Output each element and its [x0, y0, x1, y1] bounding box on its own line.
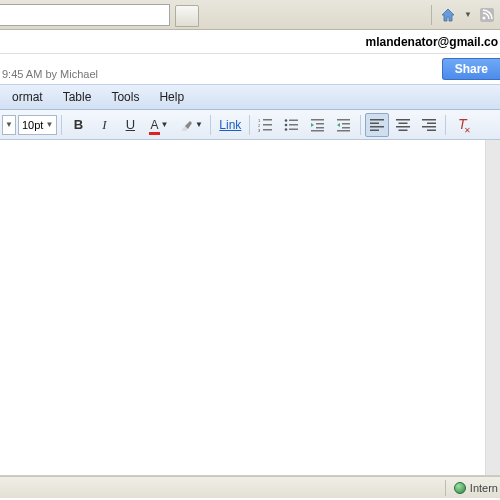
align-right-button[interactable]	[417, 113, 441, 137]
formatting-toolbar: ▼ 10pt▼ B I U A ▼ ▼ Link 123 T✕	[0, 110, 500, 140]
status-bar: Intern	[0, 476, 500, 498]
numbered-list-button[interactable]: 123	[254, 113, 278, 137]
home-icon[interactable]	[440, 7, 456, 23]
menu-format[interactable]: ormat	[2, 86, 53, 108]
svg-rect-20	[342, 127, 350, 129]
font-size-dropdown[interactable]: 10pt▼	[18, 115, 57, 135]
highlight-button[interactable]: ▼	[176, 113, 206, 137]
align-left-button[interactable]	[365, 113, 389, 137]
svg-rect-17	[311, 130, 324, 132]
document-canvas[interactable]	[0, 140, 486, 475]
menu-bar: ormat Table Tools Help	[0, 84, 500, 110]
menu-table[interactable]: Table	[53, 86, 102, 108]
meta-row: 9:45 AM by Michael Share	[0, 54, 500, 84]
svg-rect-21	[337, 130, 350, 132]
svg-rect-28	[396, 126, 410, 128]
status-zone-text: Intern	[470, 482, 498, 494]
svg-rect-24	[370, 126, 384, 128]
account-email: mlandenator@gmail.co	[366, 35, 498, 49]
font-size-value: 10pt	[22, 119, 43, 131]
svg-rect-18	[337, 119, 350, 121]
clear-formatting-button[interactable]: T✕	[450, 113, 474, 137]
last-saved-text: 9:45 AM by Michael	[0, 68, 98, 80]
address-bar[interactable]	[0, 4, 170, 26]
svg-rect-7	[263, 129, 272, 131]
svg-text:3: 3	[258, 128, 261, 132]
svg-rect-5	[263, 119, 272, 121]
globe-icon	[454, 482, 466, 494]
svg-rect-33	[427, 129, 436, 131]
svg-point-9	[285, 123, 288, 126]
svg-rect-32	[422, 126, 436, 128]
svg-rect-16	[316, 127, 324, 129]
insert-link-button[interactable]: Link	[215, 118, 245, 132]
svg-rect-31	[427, 122, 436, 124]
separator	[431, 5, 432, 25]
rss-icon[interactable]	[480, 8, 494, 22]
svg-point-1	[483, 16, 486, 19]
svg-rect-30	[422, 119, 436, 121]
dropdown-arrow-icon[interactable]: ▼	[464, 10, 472, 19]
outdent-button[interactable]	[306, 113, 330, 137]
italic-button[interactable]: I	[92, 113, 116, 137]
style-dropdown[interactable]: ▼	[2, 115, 16, 135]
svg-rect-29	[399, 129, 408, 131]
menu-help[interactable]: Help	[149, 86, 194, 108]
svg-rect-27	[399, 122, 408, 124]
svg-point-10	[285, 128, 288, 131]
indent-button[interactable]	[332, 113, 356, 137]
svg-point-8	[285, 119, 288, 122]
svg-rect-15	[316, 123, 324, 125]
editor-viewport	[0, 140, 500, 476]
bold-button[interactable]: B	[66, 113, 90, 137]
svg-rect-13	[289, 128, 298, 130]
text-color-button[interactable]: A ▼	[144, 113, 174, 137]
browser-chrome: ▼	[0, 0, 500, 30]
svg-rect-14	[311, 119, 324, 121]
underline-button[interactable]: U	[118, 113, 142, 137]
svg-rect-11	[289, 119, 298, 121]
share-button[interactable]: Share	[442, 58, 500, 80]
svg-rect-23	[370, 122, 379, 124]
browser-tab[interactable]	[175, 5, 199, 27]
svg-rect-25	[370, 129, 379, 131]
svg-rect-6	[263, 124, 272, 126]
svg-rect-12	[289, 124, 298, 126]
svg-rect-26	[396, 119, 410, 121]
svg-rect-19	[342, 123, 350, 125]
share-button-label: Share	[455, 62, 488, 76]
account-bar: mlandenator@gmail.co	[0, 30, 500, 54]
menu-tools[interactable]: Tools	[101, 86, 149, 108]
bullet-list-button[interactable]	[280, 113, 304, 137]
align-center-button[interactable]	[391, 113, 415, 137]
svg-rect-22	[370, 119, 384, 121]
